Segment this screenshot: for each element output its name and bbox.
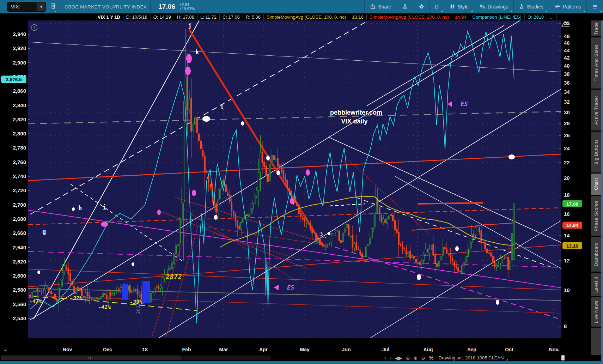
svg-text:Aug: Aug bbox=[423, 347, 433, 352]
svg-text:18: 18 bbox=[564, 192, 570, 198]
patterns-button[interactable]: Patterns bbox=[549, 0, 586, 13]
move-icon[interactable]: ⊕ bbox=[406, 355, 410, 361]
chevron-down-icon[interactable]: ▼ bbox=[37, 2, 45, 11]
chart-symbol-timeframe: VIX 1 Y 1D bbox=[98, 14, 123, 20]
app-window: 2017pebblewriter.comVIX dailyghijkl3-47%… bbox=[0, 0, 603, 364]
drawings-button[interactable]: %Drawings bbox=[474, 0, 513, 13]
readout-item: C: 17.06 bbox=[219, 14, 243, 20]
svg-text:ES: ES bbox=[287, 284, 294, 291]
scrollbar-grip bbox=[89, 357, 92, 359]
readout-item: ... bbox=[547, 14, 557, 20]
svg-text:22: 22 bbox=[564, 159, 570, 165]
svg-text:-39%: -39% bbox=[130, 299, 142, 305]
share-icon bbox=[370, 4, 376, 10]
svg-text:►: ► bbox=[556, 348, 560, 352]
change-value: +2.84 bbox=[179, 2, 195, 7]
menu-button[interactable] bbox=[586, 0, 603, 13]
share-button[interactable]: Share bbox=[364, 0, 396, 13]
svg-text:2,540: 2,540 bbox=[13, 315, 26, 321]
pan-left-icon[interactable]: ‹ bbox=[384, 355, 386, 361]
svg-text:17.06: 17.06 bbox=[566, 201, 578, 207]
tab-big-buttons[interactable]: Big Buttons bbox=[591, 132, 601, 172]
symbol-dropdown[interactable]: VIX ▼ bbox=[7, 2, 46, 12]
svg-text:g: g bbox=[42, 228, 46, 235]
svg-text:Jul: Jul bbox=[382, 347, 389, 352]
readout-item[interactable]: Comparison (LINE, /ES) bbox=[469, 14, 524, 20]
svg-text:38: 38 bbox=[564, 71, 570, 77]
chart-canvas[interactable]: 2017pebblewriter.comVIX dailyghijkl3-47%… bbox=[0, 0, 603, 364]
flask-icon bbox=[402, 4, 408, 10]
zoom-in-icon[interactable]: ⊕ bbox=[414, 355, 418, 361]
svg-text:2,800: 2,800 bbox=[13, 131, 26, 136]
gear-button[interactable] bbox=[413, 0, 430, 13]
svg-text:30: 30 bbox=[564, 109, 570, 115]
tab-trade[interactable]: Trade bbox=[591, 20, 601, 36]
flask-button[interactable] bbox=[397, 0, 413, 13]
symbol-description: CBOE MARKET VOLATILITY INDEX bbox=[65, 4, 147, 10]
svg-text:46: 46 bbox=[564, 40, 570, 46]
readout-item[interactable]: SimpleMovingAvg (CLOSE, 100, 0, no) bbox=[263, 14, 349, 20]
button-label: Drawings bbox=[488, 4, 508, 10]
price-change: +2.84 +19.97% bbox=[179, 2, 195, 11]
style-button[interactable]: Style bbox=[444, 0, 474, 13]
toolbar-buttons: ShareDStyle%DrawingsStudiesPatterns bbox=[364, 0, 603, 13]
tab-live-news[interactable]: Live News bbox=[591, 297, 601, 326]
svg-text:2,580: 2,580 bbox=[13, 287, 26, 293]
drawing-set-selector[interactable]: Drawing set: 2018-1005 CLEAN bbox=[438, 355, 508, 360]
readout-item: 13.16 bbox=[349, 14, 366, 20]
percent-zoom-icon[interactable]: % bbox=[429, 355, 433, 361]
readout-item[interactable]: SimpleMovingAvg (CLOSE, 200, 0, no) bbox=[366, 14, 452, 20]
svg-text:Dec: Dec bbox=[103, 347, 112, 352]
tab-times-and-sales[interactable]: Times And Sales bbox=[591, 37, 601, 89]
svg-text:52: 52 bbox=[564, 20, 570, 26]
tab-phase-scores[interactable]: Phase Scores bbox=[591, 196, 601, 236]
tab-label: Times And Sales bbox=[593, 44, 599, 81]
svg-text:Jun: Jun bbox=[342, 347, 351, 352]
readout-item: O: 2910 bbox=[524, 14, 547, 20]
button-label: Style bbox=[458, 4, 469, 10]
scrollbar-thumb[interactable] bbox=[1, 356, 181, 360]
d-button[interactable]: D bbox=[430, 0, 444, 13]
svg-text:k: k bbox=[195, 49, 199, 56]
status-bar: ‹›◀▶⊕⊕⊖% Drawing set: 2018-1005 CLEAN bbox=[0, 355, 591, 361]
svg-text:2,600: 2,600 bbox=[13, 273, 26, 279]
studies-button[interactable]: Studies bbox=[513, 0, 549, 13]
pan-both-icon[interactable]: ◀▶ bbox=[395, 355, 402, 361]
svg-text:VIX daily: VIX daily bbox=[341, 118, 367, 125]
scrollbar-corner[interactable] bbox=[561, 355, 565, 360]
tab-chart[interactable]: Chart bbox=[591, 174, 601, 195]
divider bbox=[150, 0, 151, 13]
readout-item: L: 11.72 bbox=[197, 14, 219, 20]
svg-text:-41%: -41% bbox=[98, 304, 111, 310]
tab-active-trader[interactable]: Active Trader bbox=[591, 90, 601, 131]
svg-text:Nov: Nov bbox=[63, 347, 72, 352]
tab-label: Live News bbox=[593, 301, 599, 323]
svg-text:28: 28 bbox=[564, 120, 570, 126]
svg-text:24: 24 bbox=[564, 145, 570, 151]
readout-spacer bbox=[0, 13, 98, 20]
svg-text:2,780: 2,780 bbox=[13, 145, 26, 151]
svg-text:◄: ◄ bbox=[4, 348, 7, 352]
svg-text:-47%: -47% bbox=[29, 298, 42, 305]
tab-label: Trade bbox=[593, 22, 599, 35]
pan-right-icon[interactable]: › bbox=[390, 355, 391, 361]
svg-text:42: 42 bbox=[564, 55, 570, 61]
tab-blank[interactable] bbox=[591, 328, 601, 355]
svg-text:40: 40 bbox=[564, 63, 570, 69]
link-icon[interactable] bbox=[49, 2, 57, 11]
svg-text:Feb: Feb bbox=[182, 347, 191, 352]
svg-text:l: l bbox=[220, 104, 224, 111]
horizontal-scrollbar[interactable] bbox=[1, 356, 271, 360]
svg-text:2,940: 2,940 bbox=[13, 31, 26, 37]
zoom-out-icon[interactable]: ⊖ bbox=[421, 355, 425, 361]
svg-text:14: 14 bbox=[564, 232, 570, 238]
svg-text:44: 44 bbox=[564, 47, 570, 53]
svg-text:Mar: Mar bbox=[219, 347, 228, 352]
button-label: Share bbox=[378, 4, 391, 10]
flask-icon bbox=[519, 4, 524, 10]
svg-text:2,760: 2,760 bbox=[13, 159, 26, 165]
tab-label: Level II bbox=[593, 277, 599, 293]
percent-icon: % bbox=[480, 4, 485, 10]
tab-dashboard[interactable]: Dashboard bbox=[591, 237, 601, 272]
tab-level-ii[interactable]: Level II bbox=[591, 273, 601, 296]
